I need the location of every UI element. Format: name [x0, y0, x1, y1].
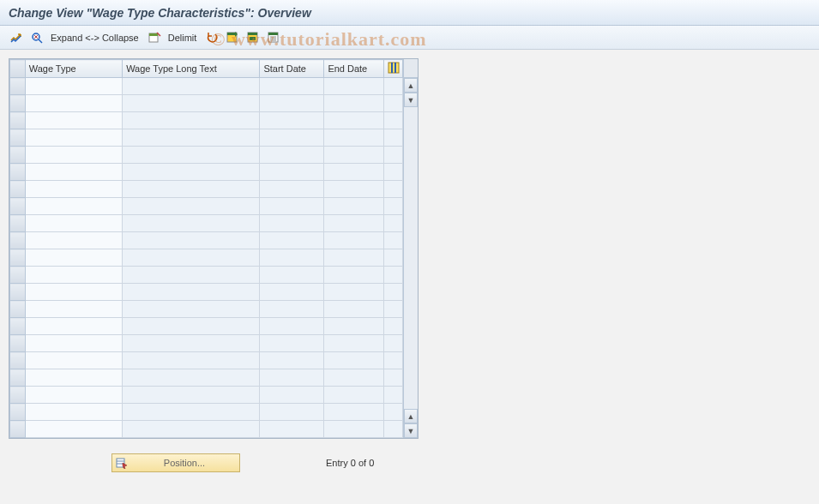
- row-selector[interactable]: [10, 129, 26, 147]
- cell-wage-type[interactable]: [25, 318, 122, 335]
- position-button[interactable]: Position...: [111, 453, 240, 472]
- table-settings-icon[interactable]: [384, 60, 403, 78]
- row-selector[interactable]: [10, 387, 26, 404]
- cell-long-text[interactable]: [123, 421, 260, 438]
- cell-start-date[interactable]: [260, 421, 324, 438]
- cell-long-text[interactable]: [123, 284, 260, 301]
- cell-end-date[interactable]: [324, 421, 384, 438]
- table-row[interactable]: [10, 369, 403, 387]
- new-entries-icon[interactable]: [145, 29, 164, 46]
- cell-wage-type[interactable]: [25, 352, 122, 369]
- cell-start-date[interactable]: [260, 95, 324, 112]
- cell-wage-type[interactable]: [25, 421, 122, 438]
- cell-start-date[interactable]: [260, 369, 324, 387]
- deselect-all-icon[interactable]: [264, 29, 283, 46]
- cell-start-date[interactable]: [260, 112, 324, 129]
- table-row[interactable]: [10, 147, 403, 164]
- cell-wage-type[interactable]: [25, 198, 122, 215]
- cell-long-text[interactable]: [123, 352, 260, 369]
- cell-long-text[interactable]: [123, 164, 260, 181]
- cell-end-date[interactable]: [324, 318, 384, 335]
- row-selector[interactable]: [10, 181, 26, 198]
- row-selector[interactable]: [10, 301, 26, 318]
- cell-end-date[interactable]: [324, 198, 384, 215]
- row-selector[interactable]: [10, 232, 26, 249]
- cell-start-date[interactable]: [260, 335, 324, 352]
- scrollbar-track[interactable]: [404, 107, 418, 409]
- cell-end-date[interactable]: [324, 267, 384, 284]
- cell-end-date[interactable]: [324, 181, 384, 198]
- cell-start-date[interactable]: [260, 284, 324, 301]
- table-row[interactable]: [10, 352, 403, 369]
- scroll-up-icon[interactable]: ▲: [404, 78, 418, 93]
- table-row[interactable]: [10, 318, 403, 335]
- cell-wage-type[interactable]: [25, 181, 122, 198]
- cell-start-date[interactable]: [260, 147, 324, 164]
- row-selector[interactable]: [10, 164, 26, 181]
- cell-wage-type[interactable]: [25, 369, 122, 387]
- cell-start-date[interactable]: [260, 352, 324, 369]
- cell-end-date[interactable]: [324, 301, 384, 318]
- row-selector[interactable]: [10, 335, 26, 352]
- cell-start-date[interactable]: [260, 198, 324, 215]
- table-row[interactable]: [10, 129, 403, 147]
- cell-wage-type[interactable]: [25, 249, 122, 267]
- cell-wage-type[interactable]: [25, 164, 122, 181]
- cell-start-date[interactable]: [260, 404, 324, 421]
- cell-wage-type[interactable]: [25, 404, 122, 421]
- cell-long-text[interactable]: [123, 318, 260, 335]
- table-row[interactable]: [10, 335, 403, 352]
- cell-wage-type[interactable]: [25, 284, 122, 301]
- select-all-icon[interactable]: [223, 29, 242, 46]
- cell-long-text[interactable]: [123, 301, 260, 318]
- cell-wage-type[interactable]: [25, 147, 122, 164]
- cell-long-text[interactable]: [123, 129, 260, 147]
- cell-long-text[interactable]: [123, 215, 260, 232]
- row-selector[interactable]: [10, 369, 26, 387]
- cell-wage-type[interactable]: [25, 129, 122, 147]
- cell-long-text[interactable]: [123, 147, 260, 164]
- expand-collapse-button[interactable]: Expand <-> Collapse: [48, 29, 143, 46]
- cell-end-date[interactable]: [324, 404, 384, 421]
- table-row[interactable]: [10, 284, 403, 301]
- cell-end-date[interactable]: [324, 164, 384, 181]
- cell-long-text[interactable]: [123, 95, 260, 112]
- delimit-button[interactable]: Delimit: [166, 29, 202, 46]
- row-selector[interactable]: [10, 215, 26, 232]
- row-selector[interactable]: [10, 352, 26, 369]
- cell-wage-type[interactable]: [25, 267, 122, 284]
- row-selector[interactable]: [10, 421, 26, 438]
- cell-start-date[interactable]: [260, 232, 324, 249]
- cell-long-text[interactable]: [123, 335, 260, 352]
- row-selector[interactable]: [10, 318, 26, 335]
- row-selector[interactable]: [10, 198, 26, 215]
- cell-wage-type[interactable]: [25, 95, 122, 112]
- cell-end-date[interactable]: [324, 352, 384, 369]
- cell-start-date[interactable]: [260, 164, 324, 181]
- cell-start-date[interactable]: [260, 387, 324, 404]
- row-selector[interactable]: [10, 95, 26, 112]
- row-selector[interactable]: [10, 112, 26, 129]
- cell-start-date[interactable]: [260, 267, 324, 284]
- table-row[interactable]: [10, 421, 403, 438]
- cell-start-date[interactable]: [260, 301, 324, 318]
- cell-end-date[interactable]: [324, 112, 384, 129]
- scroll-down2-icon[interactable]: ▼: [404, 423, 418, 438]
- row-selector[interactable]: [10, 78, 26, 95]
- wage-type-table[interactable]: Wage Type Wage Type Long Text Start Date…: [9, 59, 403, 438]
- cell-end-date[interactable]: [324, 78, 384, 95]
- other-view-icon[interactable]: [27, 29, 46, 46]
- table-row[interactable]: [10, 387, 403, 404]
- cell-wage-type[interactable]: [25, 301, 122, 318]
- cell-long-text[interactable]: [123, 404, 260, 421]
- cell-long-text[interactable]: [123, 232, 260, 249]
- table-row[interactable]: [10, 181, 403, 198]
- cell-long-text[interactable]: [123, 387, 260, 404]
- cell-wage-type[interactable]: [25, 232, 122, 249]
- select-block-icon[interactable]: [244, 29, 262, 46]
- cell-long-text[interactable]: [123, 181, 260, 198]
- col-header-start-date[interactable]: Start Date: [260, 60, 324, 78]
- cell-start-date[interactable]: [260, 215, 324, 232]
- table-row[interactable]: [10, 301, 403, 318]
- cell-long-text[interactable]: [123, 369, 260, 387]
